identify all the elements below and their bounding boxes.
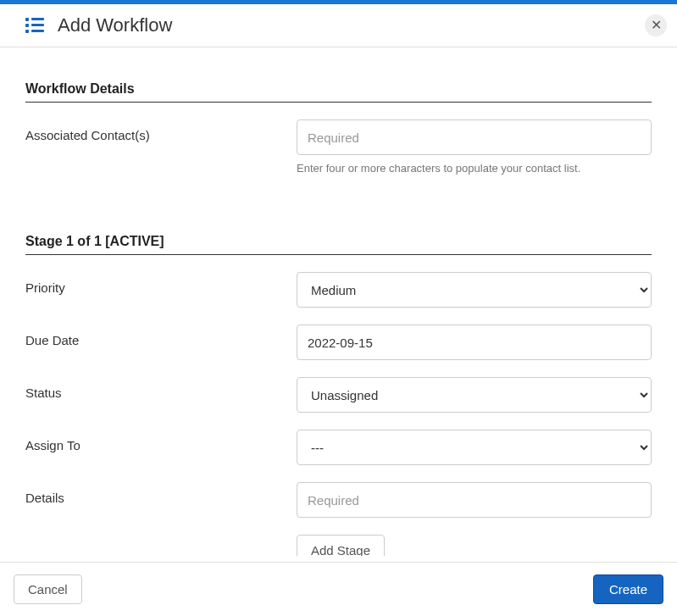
assign-to-select[interactable]: --- (297, 430, 652, 465)
modal-title: Add Workflow (58, 14, 172, 36)
row-status: Status Unassigned (25, 377, 652, 413)
label-due-date: Due Date (25, 325, 297, 347)
section-stage-title: Stage 1 of 1 [ACTIVE] (25, 234, 652, 255)
status-select[interactable]: Unassigned (297, 377, 652, 413)
section-workflow-details-title: Workflow Details (25, 81, 652, 103)
associated-contacts-helper: Enter four or more characters to populat… (297, 162, 652, 175)
row-details: Details (25, 482, 652, 518)
label-details: Details (25, 482, 297, 505)
modal-body: Workflow Details Associated Contact(s) E… (0, 47, 677, 556)
label-assign-to: Assign To (25, 430, 297, 452)
associated-contacts-input[interactable] (297, 119, 652, 155)
row-associated-contacts: Associated Contact(s) Enter four or more… (25, 119, 652, 175)
row-due-date: Due Date (25, 325, 652, 360)
row-assign-to: Assign To --- (25, 430, 652, 465)
label-status: Status (25, 377, 297, 400)
row-priority: Priority Medium (25, 272, 652, 308)
priority-select[interactable]: Medium (297, 272, 652, 308)
close-icon: ✕ (651, 18, 662, 32)
modal-header: Add Workflow ✕ (0, 4, 677, 47)
close-button[interactable]: ✕ (645, 14, 667, 36)
cancel-button[interactable]: Cancel (14, 574, 82, 604)
row-add-stage: Add Stage (25, 535, 652, 556)
create-button[interactable]: Create (593, 574, 663, 604)
label-associated-contacts: Associated Contact(s) (25, 119, 297, 142)
add-stage-button[interactable]: Add Stage (297, 535, 385, 556)
due-date-input[interactable] (297, 325, 652, 360)
list-icon (25, 18, 44, 33)
label-priority: Priority (25, 272, 297, 295)
details-input[interactable] (297, 482, 652, 518)
modal-footer: Cancel Create (0, 562, 677, 616)
